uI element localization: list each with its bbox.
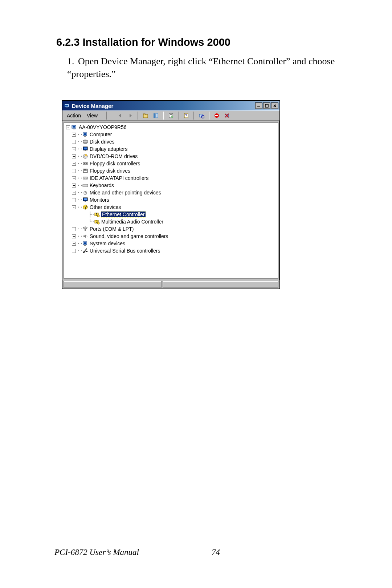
expand-toggle[interactable]: + <box>72 140 76 144</box>
step-number: 1. <box>67 55 78 68</box>
tree-node[interactable]: +··Keyboards <box>65 182 277 189</box>
tree-node-label: Universal Serial Bus controllers <box>90 248 160 254</box>
tree-node[interactable]: +··Ports (COM & LPT) <box>65 225 277 233</box>
svg-rect-10 <box>156 113 158 118</box>
svg-rect-39 <box>86 163 87 164</box>
tree-child-node[interactable]: └··?!Multimedia Audio Controller <box>65 218 277 225</box>
tree-node[interactable]: +··Floppy disk drives <box>65 167 277 174</box>
tree-node[interactable]: +··Monitors <box>65 196 277 204</box>
disable-icon[interactable] <box>213 112 221 120</box>
status-panel-left <box>64 281 162 288</box>
svg-rect-12 <box>170 114 172 115</box>
tree-node[interactable]: +··Mice and other pointing devices <box>65 189 277 196</box>
tree-node-label: Ports (COM & LPT) <box>90 226 134 232</box>
window-title: Device Manager <box>72 103 113 109</box>
svg-rect-3 <box>257 106 260 107</box>
svg-rect-24 <box>73 126 75 128</box>
tree-node[interactable]: +··Display adapters <box>65 145 277 153</box>
svg-rect-38 <box>84 163 85 164</box>
tree-node[interactable]: +··Sound, video and game controllers <box>65 233 277 240</box>
expand-toggle[interactable]: + <box>72 227 76 231</box>
tree-node[interactable]: +··Universal Serial Bus controllers <box>65 247 277 254</box>
expand-toggle[interactable]: + <box>72 133 76 137</box>
expand-toggle[interactable]: + <box>72 162 76 166</box>
device-manager-window: Device Manager Action View <box>62 100 280 289</box>
svg-rect-74 <box>86 251 87 252</box>
expand-toggle[interactable]: + <box>72 198 76 202</box>
svg-rect-2 <box>66 108 68 108</box>
tree-root-label: AA-00VYYOOP9R56 <box>79 124 127 130</box>
expand-toggle[interactable]: + <box>72 169 76 173</box>
menu-view[interactable]: View <box>87 113 98 118</box>
expand-toggle[interactable]: + <box>72 176 76 180</box>
tree-node[interactable]: +··System devices <box>65 240 277 247</box>
tree-node-label: Other devices <box>90 204 121 210</box>
close-button[interactable] <box>271 102 278 109</box>
titlebar[interactable]: Device Manager <box>62 101 279 110</box>
tree-node-label: Disk drives <box>90 139 114 145</box>
tree-node[interactable]: -··?Other devices <box>65 204 277 211</box>
svg-rect-27 <box>84 133 86 135</box>
show-hide-tree-icon[interactable] <box>152 112 160 120</box>
section-heading: 6.2.3 Installation for Windows 2000 <box>56 36 338 48</box>
instruction-step: 1.Open Device Manager, right click “Ethe… <box>67 55 338 80</box>
uninstall-icon[interactable] <box>223 112 231 120</box>
svg-rect-28 <box>84 136 86 137</box>
device-tree[interactable]: - AA-00VYYOOP9R56 +··Computer+··Disk dri… <box>64 122 278 279</box>
keyboard-icon <box>82 182 89 188</box>
cdrom-icon <box>82 153 89 159</box>
expand-toggle[interactable]: + <box>72 147 76 151</box>
tree-node[interactable]: +··DVD/CD-ROM drives <box>65 153 277 160</box>
tree-node-label: Keyboards <box>90 182 114 188</box>
disk-icon <box>82 139 89 145</box>
expand-toggle[interactable]: + <box>72 184 76 188</box>
svg-rect-37 <box>83 162 87 165</box>
minimize-button[interactable] <box>255 102 262 109</box>
help-icon[interactable]: ? <box>182 112 190 120</box>
tree-node-label: Sound, video and game controllers <box>90 233 168 239</box>
back-icon[interactable] <box>116 112 124 120</box>
forward-icon[interactable] <box>126 112 134 120</box>
footer-manual-title: PCI-6872 User’s Manual <box>54 548 139 557</box>
properties-icon[interactable] <box>167 112 175 120</box>
svg-rect-8 <box>143 114 145 115</box>
tree-node-label: Floppy disk drives <box>90 168 130 174</box>
expand-toggle[interactable]: + <box>72 154 76 158</box>
tree-child-node[interactable]: ├··?!Ethernet Controller <box>65 211 277 218</box>
other-icon: ? <box>82 204 89 210</box>
tree-node-label: Floppy disk controllers <box>90 161 140 166</box>
tree-node-label: DVD/CD-ROM drives <box>90 153 138 159</box>
status-panel-right <box>163 281 278 288</box>
tree-node-label: Multimedia Audio Controller <box>101 219 163 225</box>
svg-rect-45 <box>86 178 87 178</box>
tree-node[interactable]: +··Floppy disk controllers <box>65 160 277 167</box>
maximize-button[interactable] <box>263 102 270 109</box>
folder-up-icon[interactable] <box>142 112 150 120</box>
svg-rect-19 <box>215 115 218 116</box>
expand-toggle[interactable]: - <box>72 205 76 209</box>
tree-root[interactable]: - AA-00VYYOOP9R56 <box>65 124 277 131</box>
expand-toggle[interactable]: + <box>72 242 76 246</box>
svg-point-72 <box>86 249 87 250</box>
usb-icon <box>82 248 89 254</box>
mouse-icon <box>82 190 89 196</box>
tree-node[interactable]: +··Disk drives <box>65 138 277 145</box>
tree-node-label: IDE ATA/ATAPI controllers <box>90 175 148 181</box>
expand-toggle[interactable]: + <box>72 249 76 253</box>
tree-node[interactable]: +··Computer <box>65 131 277 138</box>
tree-node[interactable]: +··IDE ATA/ATAPI controllers <box>65 174 277 182</box>
monitor-icon <box>82 197 89 203</box>
svg-point-13 <box>171 116 173 118</box>
expand-toggle[interactable]: + <box>72 234 76 238</box>
menu-action[interactable]: Action <box>67 113 81 118</box>
svg-rect-43 <box>83 177 87 179</box>
svg-text:?: ? <box>185 114 187 118</box>
tree-node-label: Ethernet Controller <box>101 212 146 217</box>
scan-hardware-icon[interactable] <box>197 112 205 120</box>
expand-toggle[interactable]: + <box>72 191 76 195</box>
tree-node-label: Mice and other pointing devices <box>90 190 161 196</box>
computer-icon <box>82 132 89 137</box>
svg-rect-34 <box>85 150 86 151</box>
expand-toggle[interactable]: - <box>66 125 70 129</box>
sound-icon <box>82 233 89 239</box>
